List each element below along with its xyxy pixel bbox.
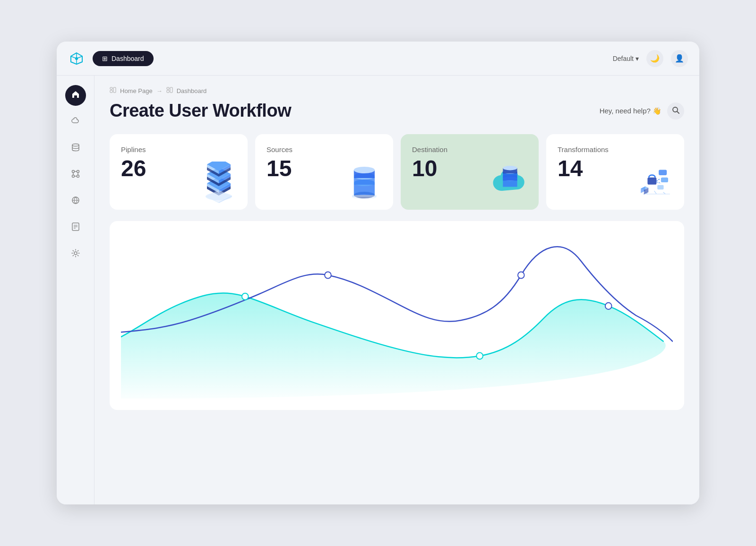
search-icon [672, 106, 679, 116]
svg-line-62 [656, 182, 661, 183]
svg-point-73 [518, 272, 524, 278]
svg-rect-60 [657, 185, 663, 189]
sidebar-item-transform[interactable] [65, 164, 86, 185]
svg-rect-49 [352, 195, 377, 197]
card-sources-icon [343, 162, 386, 204]
page-header: Create User Workflow Hey, need help? 👋 [110, 101, 684, 121]
card-destination: Destination 10 [401, 134, 539, 210]
svg-point-72 [325, 272, 331, 278]
card-piplines-label: Piplines [121, 145, 236, 154]
dashboard-button[interactable]: ⊞ Dashboard [93, 51, 154, 66]
breadcrumb-home: Home Page [120, 87, 153, 94]
sidebar-item-database[interactable] [65, 138, 86, 159]
top-bar: ⊞ Dashboard Default ▾ 🌙 👤 [57, 42, 699, 76]
svg-rect-58 [659, 170, 667, 175]
logo [68, 50, 85, 67]
chevron-down-icon: ▾ [636, 55, 639, 62]
cards-row: Piplines 26 [110, 134, 684, 210]
svg-rect-59 [661, 177, 668, 182]
sidebar-item-reports[interactable] [65, 217, 86, 238]
database-icon [71, 143, 80, 154]
user-icon: 👤 [675, 54, 684, 63]
default-dropdown[interactable]: Default ▾ [613, 55, 639, 62]
svg-point-70 [242, 293, 249, 300]
integrations-icon [71, 196, 80, 207]
svg-point-5 [77, 175, 79, 177]
settings-icon [71, 248, 80, 260]
reports-icon [71, 222, 80, 234]
main-layout: Home Page → Dashboard Create User Workfl… [57, 76, 699, 504]
home-icon [71, 90, 80, 102]
grid-icon: ⊞ [102, 55, 108, 62]
svg-rect-57 [647, 177, 656, 184]
svg-point-71 [476, 352, 483, 359]
svg-rect-17 [110, 87, 112, 89]
breadcrumb-current-icon [166, 87, 173, 95]
card-transformations-label: Transformations [558, 145, 673, 154]
svg-marker-38 [206, 190, 232, 203]
chart-svg [121, 232, 673, 399]
help-section: Hey, need help? 👋 [600, 102, 684, 119]
breadcrumb: Home Page → Dashboard [110, 87, 684, 95]
top-bar-right: Default ▾ 🌙 👤 [613, 50, 688, 67]
app-window: ⊞ Dashboard Default ▾ 🌙 👤 [57, 42, 699, 504]
svg-line-61 [656, 179, 660, 181]
svg-line-65 [654, 191, 657, 194]
sidebar-item-home[interactable] [65, 85, 86, 106]
cloud-icon [71, 116, 80, 128]
default-label: Default [613, 55, 634, 62]
transform-icon [71, 169, 80, 181]
breadcrumb-arrow: → [156, 87, 163, 94]
svg-point-16 [74, 252, 77, 255]
svg-point-1 [72, 144, 79, 146]
main-content: Home Page → Dashboard Create User Workfl… [94, 76, 699, 504]
svg-rect-22 [170, 87, 172, 93]
dashboard-label: Dashboard [112, 55, 144, 62]
card-piplines-icon [198, 162, 240, 204]
svg-line-24 [677, 111, 679, 113]
card-destination-icon [489, 162, 531, 204]
breadcrumb-home-icon [110, 87, 116, 95]
card-sources: Sources 15 [255, 134, 393, 210]
page-title: Create User Workflow [110, 101, 291, 121]
chart-container [110, 221, 684, 410]
svg-point-56 [503, 166, 517, 170]
card-destination-label: Destination [412, 145, 527, 154]
help-text: Hey, need help? 👋 [600, 107, 662, 115]
sidebar-item-cloud[interactable] [65, 111, 86, 132]
breadcrumb-current: Dashboard [177, 87, 207, 94]
card-transformations: Transformations 14 [546, 134, 684, 210]
sidebar-item-integrations[interactable] [65, 191, 86, 212]
theme-toggle-button[interactable]: 🌙 [646, 50, 663, 67]
card-sources-label: Sources [266, 145, 382, 154]
svg-point-3 [77, 170, 79, 172]
moon-icon: 🌙 [650, 54, 660, 63]
svg-point-0 [75, 57, 78, 60]
card-piplines: Piplines 26 [110, 134, 248, 210]
svg-rect-19 [113, 87, 116, 93]
sidebar-item-settings[interactable] [65, 244, 86, 264]
svg-point-2 [72, 170, 74, 172]
svg-rect-18 [110, 90, 112, 93]
card-transformations-icon [634, 162, 677, 204]
svg-point-74 [605, 303, 612, 309]
svg-rect-21 [167, 90, 169, 93]
user-avatar-button[interactable]: 👤 [671, 50, 688, 67]
svg-point-47 [354, 167, 375, 173]
svg-rect-20 [167, 87, 169, 89]
svg-point-4 [72, 175, 74, 177]
sidebar [57, 76, 94, 504]
search-button[interactable] [667, 102, 684, 119]
